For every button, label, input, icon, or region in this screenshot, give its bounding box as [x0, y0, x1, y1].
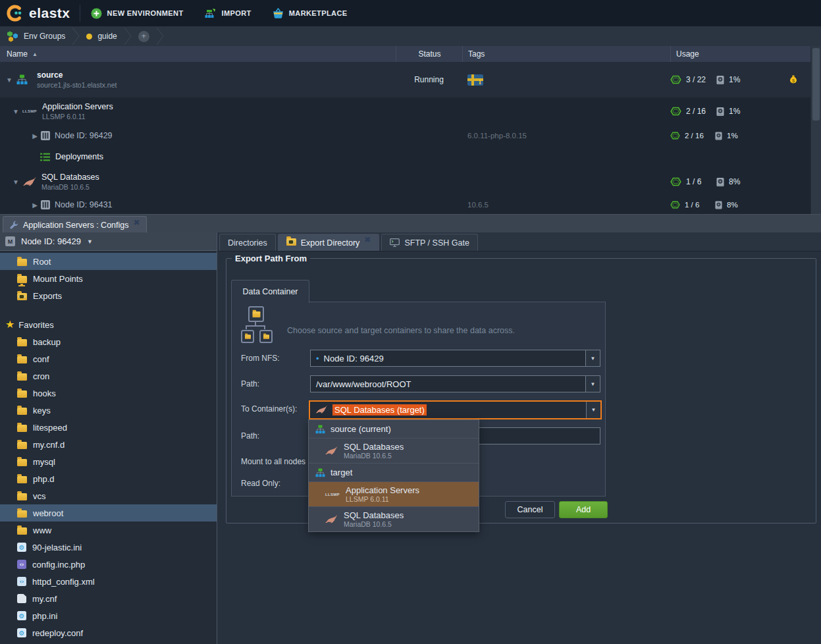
env-row-node-96431[interactable]: ▶ Node ID: 96431 10.6.5 1 / 6 8%: [0, 196, 810, 214]
ini-file-icon: ⚙: [17, 543, 26, 552]
env-row-app-servers[interactable]: ▼ LLSMP Application Servers LLSMP 6.0.11…: [0, 97, 810, 126]
dropdown-group-source[interactable]: source (current): [309, 420, 479, 439]
tree-item-mysql[interactable]: mysql: [0, 453, 217, 470]
path-combo[interactable]: /var/www/webroot/ROOT ▼: [310, 375, 600, 392]
close-icon[interactable]: ✖: [364, 236, 371, 244]
folder-icon: [17, 425, 27, 432]
tree-label: backup: [33, 337, 61, 347]
combo-arrow-icon[interactable]: ▼: [586, 402, 600, 418]
plus-circle-icon: [91, 8, 102, 19]
tree-item-redeploy-conf[interactable]: ⚙redeploy.conf: [0, 624, 217, 641]
breadcrumb-env-groups[interactable]: Env Groups: [0, 30, 72, 42]
tree-item-litespeed[interactable]: litespeed: [0, 419, 217, 436]
import-button[interactable]: IMPORT: [194, 0, 262, 26]
add-button[interactable]: Add: [559, 501, 608, 518]
tab-sftp-ssh-gate[interactable]: SFTP / SSH Gate: [381, 234, 477, 251]
tab-export-directory[interactable]: Export Directory ✖: [278, 234, 380, 251]
tree-label: Mount Points: [33, 274, 83, 284]
tree-item-keys[interactable]: keys: [0, 402, 217, 419]
tree-item-webroot[interactable]: webroot: [0, 504, 217, 522]
env-list-scrollbar[interactable]: [810, 46, 821, 214]
chevron-right-icon[interactable]: ▶: [30, 132, 40, 140]
env-row-node-96429[interactable]: ▶ Node ID: 96429 6.0.11-php-8.0.15 2 / 1…: [0, 125, 810, 147]
env-row-source[interactable]: ▼ source source1.jls-sto1.elastx.net Run…: [0, 62, 810, 98]
tree-item-favorites[interactable]: ★Favorites: [0, 316, 217, 333]
node-selector[interactable]: M Node ID: 96429 ▼: [0, 232, 217, 251]
tree-item-hooks[interactable]: hooks: [0, 385, 217, 402]
column-header-status[interactable]: Status: [396, 46, 463, 62]
tree-item-mount-points[interactable]: Mount Points: [0, 270, 217, 287]
app: elastx NEW ENVIRONMENT IMPORT MARKETPLAC…: [0, 0, 821, 644]
node-group-title: SQL Databases: [41, 173, 99, 182]
column-header-tags[interactable]: Tags: [462, 46, 676, 62]
from-nfs-combo[interactable]: •Node ID: 96429 ▼: [310, 350, 600, 367]
cloudlets-icon: [670, 176, 681, 187]
group-dot-icon: [86, 34, 92, 40]
folder-icon: [17, 476, 27, 483]
dropdown-item-sql-target[interactable]: SQL DatabasesMariaDB 10.6.5: [309, 507, 479, 531]
tab-data-container[interactable]: Data Container: [231, 280, 309, 303]
new-environment-button[interactable]: NEW ENVIRONMENT: [80, 0, 194, 26]
tree-item-config-inc-php[interactable]: ‹›config.inc.php: [0, 556, 217, 573]
env-row-deployments[interactable]: Deployments: [0, 146, 810, 169]
dropdown-group-target[interactable]: target: [309, 464, 479, 482]
conf-file-icon: ⚙: [17, 628, 26, 637]
usage-cell: 1 / 6 8%: [670, 168, 799, 196]
chevron-down-icon[interactable]: ▼: [11, 178, 21, 186]
column-header-usage[interactable]: Usage: [670, 46, 821, 62]
close-icon[interactable]: ✖: [134, 219, 140, 227]
status-running: Running: [414, 75, 444, 84]
marketplace-button[interactable]: MARKETPLACE: [262, 0, 358, 26]
tab-app-servers-configs[interactable]: Application Servers : Configs ✖: [3, 216, 147, 234]
node-title: Node ID: 96429: [55, 131, 113, 141]
breadcrumb-group[interactable]: guide: [80, 32, 123, 41]
tree-item-my-cnf[interactable]: my.cnf: [0, 590, 217, 607]
env-row-sql-databases[interactable]: ▼ SQL Databases MariaDB 10.6.5 1 / 6 8%: [0, 168, 810, 196]
to-containers-label: To Container(s):: [241, 404, 297, 414]
combo-arrow-icon[interactable]: ▼: [585, 376, 600, 392]
tree-item-mycnfd[interactable]: my.cnf.d: [0, 436, 217, 453]
tree-item-phpd[interactable]: php.d: [0, 470, 217, 487]
tree-item-vcs[interactable]: vcs: [0, 487, 217, 504]
cloudlets-count: 2 / 16: [686, 107, 716, 116]
cloudlets-count: 1 / 6: [685, 201, 715, 209]
chevron-down-icon[interactable]: ▼: [11, 108, 21, 115]
tree-item-www[interactable]: www: [0, 522, 217, 539]
node-selector-label: Node ID: 96429: [21, 236, 81, 246]
cancel-button[interactable]: Cancel: [505, 501, 555, 518]
combo-arrow-icon[interactable]: ▼: [585, 350, 600, 366]
environment-icon: [16, 74, 28, 85]
tree-item-conf[interactable]: conf: [0, 350, 217, 367]
folder-icon: [17, 408, 27, 415]
tree-label: keys: [33, 406, 51, 416]
name-header-label: Name: [7, 49, 28, 59]
dropdown-item-app-servers[interactable]: LLSMP Application ServersLLSMP 6.0.11: [309, 482, 479, 507]
add-group-button[interactable]: +: [132, 31, 156, 42]
tree-item-httpd-config-xml[interactable]: ‹›httpd_config.xml: [0, 573, 217, 590]
configs-tab-label: Application Servers : Configs: [23, 221, 129, 230]
scrollbar-thumb[interactable]: [812, 48, 820, 121]
path-label: Path:: [241, 379, 259, 389]
tree-item-root[interactable]: Root: [0, 253, 217, 270]
column-header-name[interactable]: Name ▲: [7, 46, 38, 62]
tree-item-exports[interactable]: Exports: [0, 287, 217, 304]
tree-item-cron[interactable]: cron: [0, 367, 217, 385]
to-containers-combo[interactable]: SQL Databases (target) ▼: [309, 400, 602, 419]
target-path-label: Path:: [241, 431, 259, 441]
billing-icon[interactable]: $: [788, 74, 799, 86]
tree-item-90-jelastic-ini[interactable]: ⚙90-jelastic.ini: [0, 539, 217, 556]
mariadb-icon: [325, 446, 338, 456]
mariadb-icon: [315, 406, 328, 414]
chevron-right-icon[interactable]: ▶: [30, 201, 40, 209]
tab-directories[interactable]: Directories: [219, 234, 276, 251]
tree-item-php-ini[interactable]: ⚙php.ini: [0, 607, 217, 624]
disk-usage: 1%: [727, 132, 747, 140]
status-cell: Running: [396, 62, 462, 97]
tree-item-backup[interactable]: backup: [0, 333, 217, 350]
dropdown-item-sql-source[interactable]: SQL DatabasesMariaDB 10.6.5: [309, 439, 479, 464]
brand-logo[interactable]: elastx: [0, 0, 80, 26]
tree-label: config.inc.php: [32, 560, 85, 570]
import-icon: [205, 8, 217, 19]
brand-name: elastx: [29, 5, 70, 21]
chevron-down-icon[interactable]: ▼: [4, 76, 14, 84]
